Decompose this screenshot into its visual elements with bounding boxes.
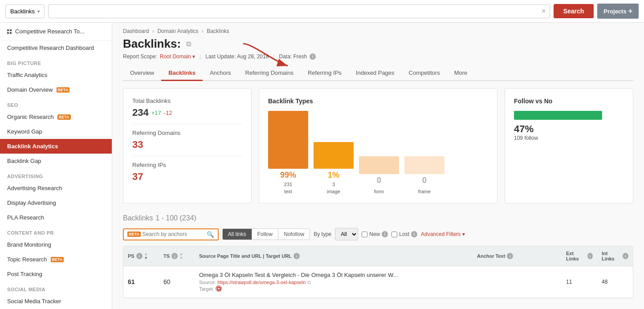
sidebar-item-display-advertising[interactable]: Display Advertising [0,195,112,210]
search-type-dropdown[interactable]: Backlinks ▾ [5,4,45,18]
traffic-analytics-label: Traffic Analytics [7,72,47,78]
th-ts-sort[interactable]: ▲ ▼ [179,252,183,260]
th-ps: PS i ▲ ▼ [123,246,159,266]
td-ps: 61 [123,273,159,291]
tab-overview[interactable]: Overview [123,66,161,81]
tab-referring-ips[interactable]: Referring IPs [301,66,349,81]
search-button[interactable]: Search [554,4,594,18]
breadcrumb: Dashboard › Domain Analytics › Backlinks [123,28,633,34]
filter-all-links[interactable]: All links [223,229,252,240]
type-bar-text: 99% 231 text [268,111,308,194]
type-select[interactable]: All [335,228,358,240]
source-url-link[interactable]: https://strawpoll.de/omega-3-oel-kapseln [217,280,306,285]
tab-indexed-pages[interactable]: Indexed Pages [349,66,402,81]
section-content-pr-label: CONTENT AND PR [0,225,112,237]
sidebar-top-label: Competitive Research To... [15,28,85,35]
tab-referring-domains[interactable]: Referring Domains [238,66,301,81]
type-form-pct: 0 [377,176,381,185]
lost-checkbox[interactable] [391,232,397,237]
domain-overview-label: Domain Overview [7,86,53,93]
data-freshness-info-icon[interactable]: i [310,53,316,60]
tab-more[interactable]: More [447,66,475,81]
tab-competitors[interactable]: Competitors [402,66,447,81]
th-anchor-info-icon[interactable]: i [507,253,513,259]
new-info-icon[interactable]: i [382,231,388,237]
th-ext-info-icon[interactable]: i [587,253,593,259]
tabs-container: Overview Backlinks Anchors Referring Dom… [123,66,633,81]
type-form-name: form [374,189,384,194]
th-ts-info-icon[interactable]: i [171,253,178,259]
tab-backlinks[interactable]: Backlinks [161,66,203,81]
target-label: Target: [199,286,214,292]
advanced-filters-button[interactable]: Advanced Filters ▾ [421,231,465,237]
projects-label: Projects [603,8,626,15]
type-bar-frame-bar [404,156,444,174]
section-seo-label: SEO [0,97,112,110]
section-advertising-label: ADVERTISING [0,168,112,181]
beta-search-wrap: BETA 🔍 [123,228,219,240]
sidebar-section-advertising: ADVERTISING Advertising Research Display… [0,168,112,225]
sidebar-item-post-tracking[interactable]: Post Tracking [0,267,112,281]
sidebar-item-backlink-analytics[interactable]: Backlink Analytics [0,139,112,154]
total-backlinks-label: Total Backlinks [132,98,242,104]
external-link-icon[interactable]: ⧉ [186,40,191,48]
sidebar-item-domain-overview[interactable]: Domain Overview BETA [0,82,112,97]
stats-row: Total Backlinks 234 +17 -12 Referring Do… [123,88,633,203]
sidebar-item-traffic-analytics[interactable]: Traffic Analytics [0,68,112,82]
sidebar-item-pla-research[interactable]: PLA Research [0,210,112,225]
follow-label: follow [524,135,538,141]
source-page-title: Omega 3 Öl Kapseln Test & Vergleich - Di… [199,272,404,278]
sidebar-top-button[interactable]: Competitive Research To... [0,23,112,41]
th-ext-label: Ext Links [566,251,586,261]
report-scope-value[interactable]: Root Domain ▾ [160,53,195,60]
th-source-info-icon[interactable]: i [293,253,300,259]
total-backlinks-delta-pos: +17 [151,110,161,116]
projects-button[interactable]: Projects + [597,4,639,19]
sidebar-item-topic-research[interactable]: Topic Research BETA [0,252,112,267]
filter-follow[interactable]: Follow [252,229,278,240]
th-int-label: Int Links [602,251,621,261]
anchor-search-button[interactable]: 🔍 [207,231,214,238]
th-ps-info-icon[interactable]: i [136,253,143,259]
td-ext: 11 [562,273,597,290]
lost-info-icon[interactable]: i [411,231,417,237]
pipe-1: | [200,53,201,60]
advanced-filters-label: Advanced Filters [421,231,461,237]
brand-monitoring-label: Brand Monitoring [7,241,51,248]
th-ps-sort[interactable]: ▲ ▼ [144,252,148,260]
type-bar-image: 1% 3 image [314,142,354,194]
post-tracking-label: Post Tracking [7,271,42,277]
sidebar-item-brand-monitoring[interactable]: Brand Monitoring [0,237,112,252]
anchor-search-input[interactable] [143,231,205,237]
filter-nofollow[interactable]: Nofollow [278,229,310,240]
last-update: Last Update: Aug 28, 2018 [205,53,269,60]
report-scope-line: Report Scope: Root Domain ▾ | Last Updat… [123,53,633,60]
breadcrumb-dashboard[interactable]: Dashboard [123,28,149,34]
main-layout: Competitive Research To... Competitive R… [0,23,644,309]
data-freshness: Data: Fresh [279,53,307,60]
target-external-icon[interactable]: ⧉ [216,285,222,292]
search-input[interactable] [52,5,542,18]
page-header: Backlinks: ⧉ [123,37,633,51]
sidebar-item-dashboard[interactable]: Competitive Research Dashboard [0,41,112,55]
new-checkbox-label[interactable]: New i [362,231,388,237]
sidebar-item-organic-research[interactable]: Organic Research BETA [0,110,112,124]
total-backlinks-value: 234 [132,107,149,118]
type-text-count: 231 [284,182,292,187]
th-ts-label: TS [163,253,170,259]
sidebar-item-advertising-research[interactable]: Advertising Research [0,181,112,195]
lost-checkbox-label[interactable]: Lost i [391,231,417,237]
new-checkbox[interactable] [362,232,367,237]
breadcrumb-domain-analytics[interactable]: Domain Analytics [157,28,198,34]
type-bar-image-bar [314,142,354,169]
pla-research-label: PLA Research [7,214,44,221]
sidebar-item-keyword-gap[interactable]: Keyword Gap [0,124,112,139]
clear-search-button[interactable]: × [542,7,546,15]
type-image-count: 3 [332,182,335,187]
tab-anchors[interactable]: Anchors [203,66,238,81]
sidebar-item-social-media-tracker[interactable]: Social Media Tracker [0,294,112,309]
th-int-info-icon[interactable]: i [623,253,628,259]
sidebar-item-backlink-gap[interactable]: Backlink Gap [0,154,112,168]
type-image-name: image [327,189,340,194]
type-frame-name: frame [418,189,431,194]
